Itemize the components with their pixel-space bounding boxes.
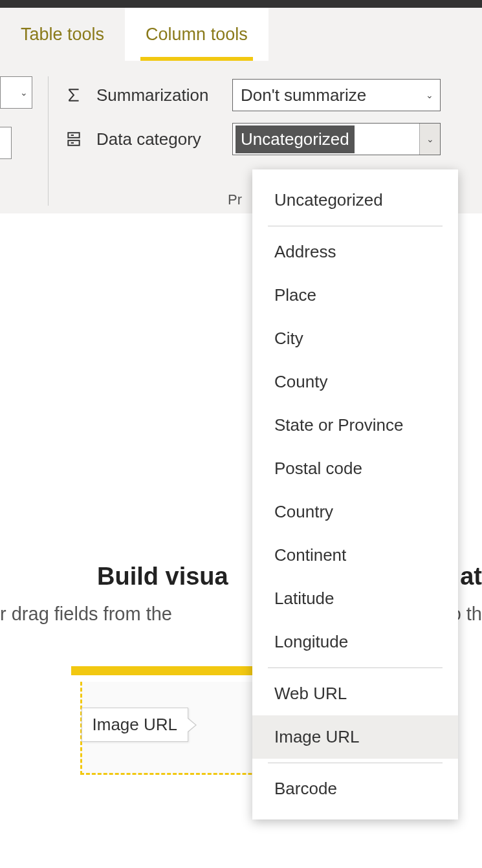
truncated-control[interactable] [0, 127, 12, 159]
summarization-value: Don't summarize [241, 85, 366, 105]
dropdown-item[interactable]: Barcode [252, 767, 458, 810]
dropdown-item[interactable]: Country [252, 490, 458, 534]
dropdown-item[interactable]: Address [252, 230, 458, 274]
dropdown-item[interactable]: Postal code [252, 447, 458, 490]
canvas-subtitle-left-partial: r drag fields from the [0, 603, 172, 625]
chevron-down-icon: ⌄ [426, 90, 433, 100]
dropdown-item[interactable]: Image URL [252, 715, 458, 759]
dropdown-item[interactable]: Longitude [252, 620, 458, 664]
sigma-icon [64, 85, 83, 105]
data-category-value: Uncategorized [236, 125, 355, 153]
dropdown-item[interactable]: Continent [252, 534, 458, 577]
dropdown-item[interactable]: Latitude [252, 577, 458, 620]
dropdown-item[interactable]: Place [252, 274, 458, 317]
window-titlebar-strip [0, 0, 482, 8]
tab-column-tools[interactable]: Column tools [125, 8, 268, 61]
category-icon [64, 129, 83, 149]
data-category-label: Data category [96, 129, 219, 149]
ribbon-properties-group: Summarization Don't summarize ⌄ Data cat… [64, 76, 441, 155]
dropdown-item[interactable]: Web URL [252, 672, 458, 715]
dropdown-separator [268, 226, 443, 226]
canvas-title-right-partial: at [460, 563, 482, 591]
data-category-dropdown-menu: UncategorizedAddressPlaceCityCountyState… [252, 169, 458, 819]
summarization-row: Summarization Don't summarize ⌄ [64, 79, 441, 111]
data-category-select[interactable]: Uncategorized ⌄ [232, 123, 441, 155]
ribbon-group-label-partial: Pr [228, 191, 242, 208]
summarization-label: Summarization [96, 85, 219, 105]
chevron-down-icon: ⌄ [20, 87, 28, 98]
dropdown-item[interactable]: County [252, 360, 458, 404]
dropdown-separator [268, 667, 443, 668]
tab-label: Column tools [146, 25, 248, 45]
dropdown-item[interactable]: Uncategorized [252, 179, 458, 222]
canvas-title-left-partial: Build visua [0, 563, 228, 591]
summarization-select[interactable]: Don't summarize ⌄ [232, 79, 441, 111]
dropdown-item[interactable]: State or Province [252, 404, 458, 447]
chevron-down-icon: ⌄ [419, 124, 440, 155]
dropdown-item[interactable]: City [252, 317, 458, 360]
tab-label: Table tools [21, 25, 104, 45]
truncated-dropdown[interactable]: ⌄ [0, 76, 32, 109]
ribbon-tabstrip: Table tools Column tools [0, 8, 482, 61]
ribbon-divider [48, 76, 49, 206]
drag-field-tooltip: Image URL [82, 708, 189, 742]
ribbon-left-fragment: ⌄ [0, 76, 32, 159]
dropdown-separator [268, 763, 443, 763]
tab-table-tools[interactable]: Table tools [0, 8, 125, 61]
data-category-row: Data category Uncategorized ⌄ [64, 123, 441, 155]
